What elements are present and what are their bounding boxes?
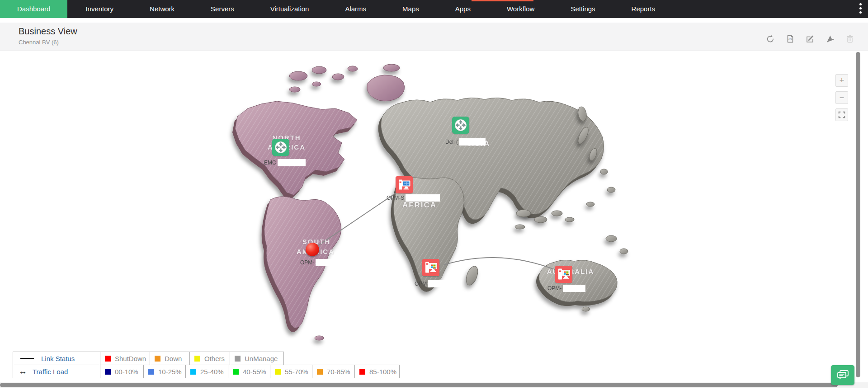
view-header: Business View Chennai BV (6) </> — [0, 23, 868, 51]
map-node-opm-southamerica[interactable] — [306, 243, 319, 256]
map-node-label-emc: EMC — [264, 159, 306, 166]
continent-greenland — [289, 64, 405, 101]
map-node-label-opm-southamerica: OPM- — [300, 259, 335, 266]
nav-tab-servers[interactable]: Servers — [193, 0, 252, 18]
color-swatch — [235, 356, 241, 362]
map-node-label-dell: Dell ( — [445, 138, 486, 146]
map-node-emc[interactable] — [272, 139, 289, 156]
fullscreen-button[interactable] — [835, 108, 848, 121]
header-toolbar: </> — [766, 34, 854, 43]
legend-item-40-55: 40-55% — [228, 365, 270, 378]
map-node-label-opm-australia: OPM- — [547, 285, 585, 292]
legend-item-55-70: 55-70% — [270, 365, 312, 378]
switch-device-icon[interactable] — [452, 117, 469, 134]
redacted-text — [406, 194, 440, 202]
color-swatch — [233, 369, 239, 375]
label-africa: AFRICA — [402, 201, 437, 209]
traffic-arrow-icon: ↔ — [19, 367, 27, 376]
map-node-label-opm-africa: OPM — [415, 280, 462, 287]
color-swatch — [155, 356, 160, 362]
nav-tab-settings[interactable]: Settings — [552, 0, 613, 18]
legend-item-10-25: 10-25% — [143, 365, 186, 378]
nav-tab-inventory[interactable]: Inventory — [67, 0, 132, 18]
legend-item-down: Down — [150, 352, 190, 365]
zoom-out-button[interactable]: − — [835, 91, 848, 104]
legend-item-others: Others — [189, 352, 230, 365]
overflow-menu-icon[interactable] — [857, 3, 863, 15]
edit-icon[interactable] — [806, 34, 815, 43]
legend-item-70-85: 70-85% — [312, 365, 355, 378]
windows-server-icon[interactable] — [555, 266, 572, 283]
map-node-opm-africa[interactable] — [422, 259, 439, 276]
redacted-text — [278, 159, 306, 166]
color-swatch — [317, 369, 323, 375]
delete-icon — [845, 34, 854, 43]
horizontal-scrollbar-track[interactable] — [0, 382, 868, 388]
status-dot-icon[interactable] — [306, 243, 319, 256]
world-map[interactable]: NORTH AMERICA ASIA AFRICA SOUTH AMERICA … — [0, 51, 868, 382]
color-swatch — [275, 369, 281, 375]
windows-server-icon[interactable] — [396, 176, 413, 193]
horizontal-scrollbar-thumb[interactable] — [0, 383, 838, 387]
map-legend: Link Status ShutDown Down Others UnManag… — [13, 352, 400, 378]
map-node-label-opm-s: OPM-S — [387, 194, 440, 202]
redacted-text — [563, 285, 585, 292]
nav-tab-reports[interactable]: Reports — [613, 0, 674, 18]
redacted-text — [316, 259, 335, 266]
page-title: Business View — [19, 26, 77, 37]
map-node-opm-s[interactable] — [396, 176, 413, 193]
chat-support-button[interactable] — [831, 365, 854, 385]
legend-item-shutdown: ShutDown — [100, 352, 150, 365]
refresh-icon[interactable] — [766, 34, 775, 43]
nav-tab-apps[interactable]: Apps — [437, 0, 489, 18]
windows-server-icon[interactable] — [422, 259, 439, 276]
nav-tab-dashboard[interactable]: Dashboard — [0, 0, 67, 18]
zoom-in-button[interactable]: + — [835, 74, 848, 87]
legend-row-link-status: Link Status ShutDown Down Others UnManag… — [13, 352, 400, 365]
code-file-icon[interactable]: </> — [786, 34, 795, 43]
svg-text:</>: </> — [788, 38, 793, 41]
color-swatch — [190, 369, 196, 375]
nav-tab-maps[interactable]: Maps — [384, 0, 437, 18]
vertical-scrollbar[interactable] — [856, 52, 860, 377]
legend-item-unmanage: UnManage — [230, 352, 284, 365]
color-swatch — [105, 369, 111, 375]
nav-tab-virtualization[interactable]: Virtualization — [252, 0, 327, 18]
legend-item-0-10: 00-10% — [100, 365, 144, 378]
view-subtitle[interactable]: Chennai BV (6) — [19, 39, 59, 46]
nav-alert-stripe — [472, 0, 533, 1]
nav-tab-workflow[interactable]: Workflow — [489, 0, 552, 18]
nav-tab-network[interactable]: Network — [132, 0, 193, 18]
top-navbar: Dashboard Inventory Network Servers Virt… — [0, 0, 868, 18]
redacted-text — [459, 138, 486, 146]
color-swatch — [105, 356, 111, 362]
page-root: Dashboard Inventory Network Servers Virt… — [0, 0, 868, 390]
redacted-text — [428, 280, 462, 287]
map-node-dell[interactable] — [452, 117, 469, 134]
nav-tab-alarms[interactable]: Alarms — [327, 0, 384, 18]
switch-device-icon[interactable] — [272, 139, 289, 156]
color-swatch — [359, 369, 365, 375]
legend-row-traffic-load: ↔ Traffic Load 00-10% 10-25% 25-40% 40-5… — [13, 365, 400, 378]
legend-link-status[interactable]: Link Status — [13, 352, 100, 365]
color-swatch — [148, 369, 154, 375]
map-node-opm-australia[interactable] — [555, 266, 572, 283]
legend-item-25-40: 25-40% — [185, 365, 228, 378]
link-line-swatch — [20, 358, 34, 359]
legend-traffic-load[interactable]: ↔ Traffic Load — [13, 365, 100, 378]
color-swatch — [194, 356, 200, 362]
link-africa-to-australia — [444, 258, 559, 271]
pin-icon[interactable] — [826, 34, 835, 43]
continent-south-america — [262, 197, 341, 340]
legend-item-85-100: 85-100% — [354, 365, 400, 378]
